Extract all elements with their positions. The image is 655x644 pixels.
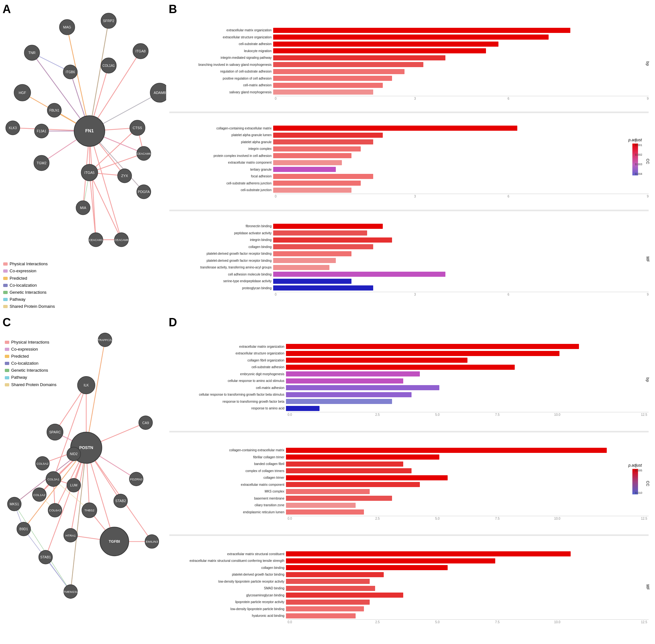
svg-text:KLK3: KLK3 — [9, 126, 17, 130]
legend-label: Predicted — [11, 353, 29, 360]
x-axis-cc: 0 3 6 9 — [275, 194, 649, 198]
bar-row: lipoprotein particle receptor activity — [169, 599, 649, 605]
legend-color — [5, 341, 9, 344]
legend-a: Physical Interactions Co-expression Pred… — [3, 260, 55, 310]
bar-track — [286, 613, 649, 618]
bar-track — [286, 399, 649, 404]
bar-track — [273, 224, 649, 229]
bar-label: cell-matrix adhesion — [169, 84, 273, 87]
bar-row: platelet-derived growth factor receptor … — [169, 257, 649, 264]
bar-track — [286, 586, 649, 591]
legend-label: Co-localization — [9, 282, 37, 289]
bar-fill — [273, 153, 351, 158]
bar-label: peptidase activator activity — [169, 231, 273, 235]
section-cc: CC collagen-containing extracellular mat… — [169, 114, 649, 209]
legend-label: Pathway — [11, 374, 27, 381]
bar-row: collagen fibril organization — [169, 357, 649, 363]
bar-fill — [273, 174, 373, 179]
bar-track — [286, 351, 649, 356]
bar-label: cell adhesion molecule binding — [169, 273, 273, 276]
bar-label: platelet alpha granule lumen — [169, 133, 273, 137]
bar-label: complex of collagen trimers — [169, 469, 286, 473]
network-a: FN1 MAG TNR SFRP2 ITGA8 ADAM8 COL1A1 ITG… — [3, 3, 166, 291]
bar-row: positive regulation of cell adhesion — [169, 75, 649, 82]
bar-fill — [286, 475, 448, 480]
bar-label: extracellular matrix structural constitu… — [169, 552, 286, 556]
bar-label: response to amino acid — [169, 407, 286, 410]
svg-text:TRAPPC2L: TRAPPC2L — [98, 339, 113, 342]
bar-label: basement membrane — [169, 497, 286, 500]
bar-fill — [273, 76, 392, 81]
colorbar-title-d: p.adjust — [629, 463, 642, 467]
bar-fill — [286, 358, 467, 363]
bar-track — [286, 461, 649, 467]
svg-line-22 — [90, 154, 144, 172]
legend-color — [5, 369, 9, 372]
bar-group-d-bp: extracellular matrix organizationextrace… — [169, 343, 649, 412]
bar-label: cellular response to transforming growth… — [169, 393, 286, 396]
bar-row: endoplasmic reticulum lumen — [169, 509, 649, 515]
bar-fill — [286, 406, 320, 411]
bar-fill — [273, 34, 548, 40]
bar-fill — [286, 399, 392, 404]
bar-track — [286, 475, 649, 480]
bar-track — [273, 139, 649, 144]
bar-row: cell-substrate junction — [169, 187, 649, 193]
section-mf: MF fibronectin bindingpeptidase activato… — [169, 212, 649, 307]
svg-text:NID2: NID2 — [70, 452, 78, 456]
bar-label: cell-substrate adherens junction — [169, 182, 273, 185]
bar-track — [286, 496, 649, 501]
bar-row: embryonic digit morphogenesis — [169, 371, 649, 377]
svg-text:F13A1: F13A1 — [37, 130, 46, 133]
bar-fill — [286, 371, 420, 376]
legend-color — [5, 383, 9, 386]
bar-label: fibrillar collagen trimer — [169, 456, 286, 459]
svg-text:LUM: LUM — [70, 483, 77, 487]
section-d-mf: MF extracellular matrix structural const… — [169, 537, 649, 638]
bar-track — [273, 42, 649, 47]
legend-color — [5, 362, 9, 365]
bar-label: extracellular matrix organization — [169, 28, 273, 32]
bar-track — [286, 606, 649, 612]
bar-row: transferase activity, transferring amino… — [169, 264, 649, 271]
bar-fill — [273, 272, 445, 277]
bar-label: extracellular matrix component — [169, 483, 286, 486]
svg-text:ILK: ILK — [84, 383, 89, 387]
panel-a-label: A — [3, 3, 11, 16]
bar-track — [286, 503, 649, 508]
bar-label: integrin-mediated signaling pathway — [169, 56, 273, 60]
svg-line-113 — [86, 340, 105, 448]
bar-fill — [286, 482, 420, 487]
bar-label: cell-substrate adhesion — [169, 365, 286, 369]
bar-fill — [273, 48, 486, 53]
bar-label: platelet-derived growth factor binding — [169, 573, 286, 576]
bar-label: cellular response to amino acid stimulus — [169, 379, 286, 383]
legend-color — [3, 270, 8, 273]
bar-label: extracellular matrix structural constitu… — [169, 559, 286, 562]
bar-label: collagen binding — [169, 566, 286, 570]
bar-label: protein complex involved in cell adhesio… — [169, 154, 273, 158]
svg-text:THBS2: THBS2 — [84, 508, 94, 512]
bar-track — [273, 90, 649, 95]
bar-label: collagen-containing extracellular matrix — [169, 448, 286, 452]
svg-text:HTRA1: HTRA1 — [66, 534, 76, 537]
section-divider — [169, 210, 649, 211]
bar-fill — [273, 69, 404, 74]
svg-text:CEACAM8: CEACAM8 — [114, 238, 128, 242]
bar-track — [286, 385, 649, 390]
legend-item: Co-expression — [3, 268, 55, 275]
bar-row: hyaluronic acid binding — [169, 613, 649, 619]
bar-track — [286, 468, 649, 473]
svg-text:FBLN1: FBLN1 — [49, 109, 60, 112]
colorbar-labels-d: 0.005 0.010 — [635, 469, 642, 495]
bar-row: collagen-containing extracellular matrix — [169, 125, 649, 131]
bar-track — [286, 509, 649, 514]
bar-fill — [286, 448, 607, 453]
bar-row: cell-matrix adhesion — [169, 82, 649, 89]
legend-color — [3, 298, 8, 301]
colorbar-d: p.adjust 0.005 0.010 — [628, 463, 642, 495]
legend-color — [3, 284, 8, 287]
bar-label: ciliary transition zone — [169, 503, 286, 507]
bar-track — [286, 358, 649, 363]
bar-track — [286, 572, 649, 577]
